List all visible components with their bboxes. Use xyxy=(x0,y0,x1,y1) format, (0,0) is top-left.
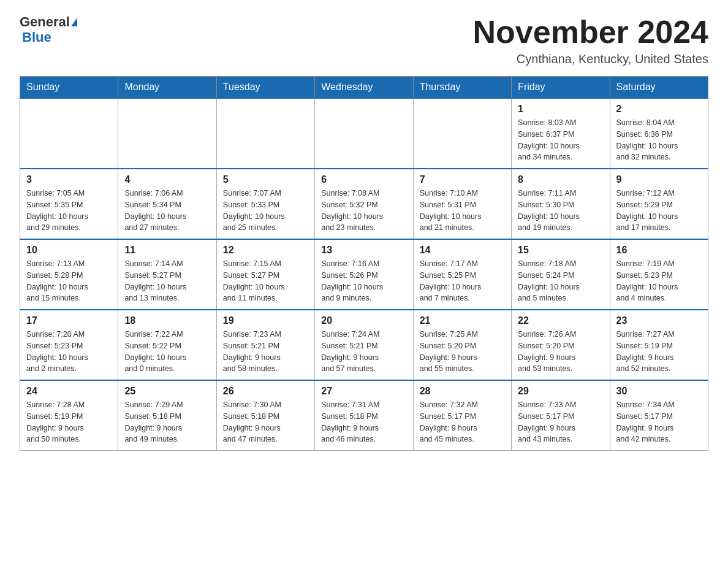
day-header-saturday: Saturday xyxy=(610,77,708,99)
calendar-cell: 8Sunrise: 7:11 AMSunset: 5:30 PMDaylight… xyxy=(512,169,610,239)
calendar-cell xyxy=(315,98,413,169)
day-info: Sunrise: 8:04 AMSunset: 6:36 PMDaylight:… xyxy=(616,117,702,163)
calendar-cell: 25Sunrise: 7:29 AMSunset: 5:18 PMDayligh… xyxy=(118,380,216,451)
day-number: 30 xyxy=(616,386,702,397)
day-info: Sunrise: 7:27 AMSunset: 5:19 PMDaylight:… xyxy=(616,329,702,375)
week-row-1: 1Sunrise: 8:03 AMSunset: 6:37 PMDaylight… xyxy=(20,98,708,169)
calendar-cell: 26Sunrise: 7:30 AMSunset: 5:18 PMDayligh… xyxy=(216,380,314,451)
day-number: 17 xyxy=(26,315,112,326)
calendar-cell: 5Sunrise: 7:07 AMSunset: 5:33 PMDaylight… xyxy=(216,169,314,239)
day-number: 20 xyxy=(321,315,406,326)
day-info: Sunrise: 7:34 AMSunset: 5:17 PMDaylight:… xyxy=(616,399,702,445)
week-row-4: 17Sunrise: 7:20 AMSunset: 5:23 PMDayligh… xyxy=(20,310,708,380)
day-number: 15 xyxy=(518,245,603,256)
day-info: Sunrise: 7:25 AMSunset: 5:20 PMDaylight:… xyxy=(420,329,505,375)
location-title: Cynthiana, Kentucky, United States xyxy=(473,52,708,66)
calendar-cell: 11Sunrise: 7:14 AMSunset: 5:27 PMDayligh… xyxy=(118,239,216,310)
day-number: 24 xyxy=(26,386,112,397)
day-number: 3 xyxy=(26,174,112,185)
logo-blue-text: Blue xyxy=(22,29,51,45)
day-info: Sunrise: 7:15 AMSunset: 5:27 PMDaylight:… xyxy=(223,258,308,304)
calendar-cell: 21Sunrise: 7:25 AMSunset: 5:20 PMDayligh… xyxy=(413,310,511,380)
calendar-cell: 30Sunrise: 7:34 AMSunset: 5:17 PMDayligh… xyxy=(610,380,708,451)
calendar-cell: 3Sunrise: 7:05 AMSunset: 5:35 PMDaylight… xyxy=(20,169,118,239)
day-info: Sunrise: 7:11 AMSunset: 5:30 PMDaylight:… xyxy=(518,188,603,234)
calendar-cell xyxy=(20,98,118,169)
month-title: November 2024 xyxy=(473,15,708,50)
day-number: 21 xyxy=(420,315,505,326)
day-info: Sunrise: 7:28 AMSunset: 5:19 PMDaylight:… xyxy=(26,399,112,445)
calendar-cell: 9Sunrise: 7:12 AMSunset: 5:29 PMDaylight… xyxy=(610,169,708,239)
day-info: Sunrise: 7:22 AMSunset: 5:22 PMDaylight:… xyxy=(124,329,210,375)
week-row-2: 3Sunrise: 7:05 AMSunset: 5:35 PMDaylight… xyxy=(20,169,708,239)
day-info: Sunrise: 7:24 AMSunset: 5:21 PMDaylight:… xyxy=(321,329,406,375)
day-number: 11 xyxy=(124,245,210,256)
day-header-wednesday: Wednesday xyxy=(315,77,413,99)
day-number: 1 xyxy=(518,104,603,115)
day-info: Sunrise: 7:10 AMSunset: 5:31 PMDaylight:… xyxy=(420,188,505,234)
calendar-cell: 12Sunrise: 7:15 AMSunset: 5:27 PMDayligh… xyxy=(216,239,314,310)
day-number: 7 xyxy=(420,174,505,185)
day-header-friday: Friday xyxy=(512,77,610,99)
logo-general-text: General xyxy=(20,15,70,29)
day-info: Sunrise: 7:19 AMSunset: 5:23 PMDaylight:… xyxy=(616,258,702,304)
calendar-cell: 4Sunrise: 7:06 AMSunset: 5:34 PMDaylight… xyxy=(118,169,216,239)
day-number: 13 xyxy=(321,245,406,256)
day-number: 10 xyxy=(26,245,112,256)
day-info: Sunrise: 7:12 AMSunset: 5:29 PMDaylight:… xyxy=(616,188,702,234)
calendar-cell: 29Sunrise: 7:33 AMSunset: 5:17 PMDayligh… xyxy=(512,380,610,451)
day-info: Sunrise: 7:32 AMSunset: 5:17 PMDaylight:… xyxy=(420,399,505,445)
calendar-cell: 6Sunrise: 7:08 AMSunset: 5:32 PMDaylight… xyxy=(315,169,413,239)
day-header-monday: Monday xyxy=(118,77,216,99)
calendar-table: SundayMondayTuesdayWednesdayThursdayFrid… xyxy=(20,76,708,451)
day-info: Sunrise: 7:05 AMSunset: 5:35 PMDaylight:… xyxy=(26,188,112,234)
day-header-sunday: Sunday xyxy=(20,77,118,99)
calendar-cell: 13Sunrise: 7:16 AMSunset: 5:26 PMDayligh… xyxy=(315,239,413,310)
day-number: 18 xyxy=(124,315,210,326)
day-info: Sunrise: 7:06 AMSunset: 5:34 PMDaylight:… xyxy=(124,188,210,234)
day-number: 28 xyxy=(420,386,505,397)
calendar-cell: 17Sunrise: 7:20 AMSunset: 5:23 PMDayligh… xyxy=(20,310,118,380)
day-number: 27 xyxy=(321,386,406,397)
calendar-cell: 2Sunrise: 8:04 AMSunset: 6:36 PMDaylight… xyxy=(610,98,708,169)
calendar-cell: 28Sunrise: 7:32 AMSunset: 5:17 PMDayligh… xyxy=(413,380,511,451)
day-number: 2 xyxy=(616,104,702,115)
day-header-tuesday: Tuesday xyxy=(216,77,314,99)
day-number: 23 xyxy=(616,315,702,326)
page-header: General Blue November 2024 Cynthiana, Ke… xyxy=(20,15,708,66)
calendar-cell: 18Sunrise: 7:22 AMSunset: 5:22 PMDayligh… xyxy=(118,310,216,380)
calendar-cell xyxy=(216,98,314,169)
day-header-thursday: Thursday xyxy=(413,77,511,99)
title-area: November 2024 Cynthiana, Kentucky, Unite… xyxy=(473,15,708,66)
calendar-cell: 27Sunrise: 7:31 AMSunset: 5:18 PMDayligh… xyxy=(315,380,413,451)
calendar-cell: 15Sunrise: 7:18 AMSunset: 5:24 PMDayligh… xyxy=(512,239,610,310)
day-number: 29 xyxy=(518,386,603,397)
calendar-cell: 14Sunrise: 7:17 AMSunset: 5:25 PMDayligh… xyxy=(413,239,511,310)
calendar-cell: 7Sunrise: 7:10 AMSunset: 5:31 PMDaylight… xyxy=(413,169,511,239)
logo-triangle-icon xyxy=(71,18,77,26)
day-info: Sunrise: 7:20 AMSunset: 5:23 PMDaylight:… xyxy=(26,329,112,375)
day-info: Sunrise: 7:31 AMSunset: 5:18 PMDaylight:… xyxy=(321,399,406,445)
week-row-5: 24Sunrise: 7:28 AMSunset: 5:19 PMDayligh… xyxy=(20,380,708,451)
day-number: 16 xyxy=(616,245,702,256)
day-info: Sunrise: 7:07 AMSunset: 5:33 PMDaylight:… xyxy=(223,188,308,234)
day-info: Sunrise: 7:17 AMSunset: 5:25 PMDaylight:… xyxy=(420,258,505,304)
calendar-cell: 24Sunrise: 7:28 AMSunset: 5:19 PMDayligh… xyxy=(20,380,118,451)
day-info: Sunrise: 7:30 AMSunset: 5:18 PMDaylight:… xyxy=(223,399,308,445)
day-info: Sunrise: 7:26 AMSunset: 5:20 PMDaylight:… xyxy=(518,329,603,375)
day-number: 4 xyxy=(124,174,210,185)
day-info: Sunrise: 7:14 AMSunset: 5:27 PMDaylight:… xyxy=(124,258,210,304)
day-info: Sunrise: 7:23 AMSunset: 5:21 PMDaylight:… xyxy=(223,329,308,375)
day-number: 6 xyxy=(321,174,406,185)
day-number: 19 xyxy=(223,315,308,326)
day-number: 9 xyxy=(616,174,702,185)
day-info: Sunrise: 7:13 AMSunset: 5:28 PMDaylight:… xyxy=(26,258,112,304)
day-info: Sunrise: 7:33 AMSunset: 5:17 PMDaylight:… xyxy=(518,399,603,445)
week-row-3: 10Sunrise: 7:13 AMSunset: 5:28 PMDayligh… xyxy=(20,239,708,310)
day-number: 22 xyxy=(518,315,603,326)
day-number: 8 xyxy=(518,174,603,185)
day-info: Sunrise: 7:29 AMSunset: 5:18 PMDaylight:… xyxy=(124,399,210,445)
day-number: 12 xyxy=(223,245,308,256)
day-info: Sunrise: 7:08 AMSunset: 5:32 PMDaylight:… xyxy=(321,188,406,234)
day-number: 26 xyxy=(223,386,308,397)
